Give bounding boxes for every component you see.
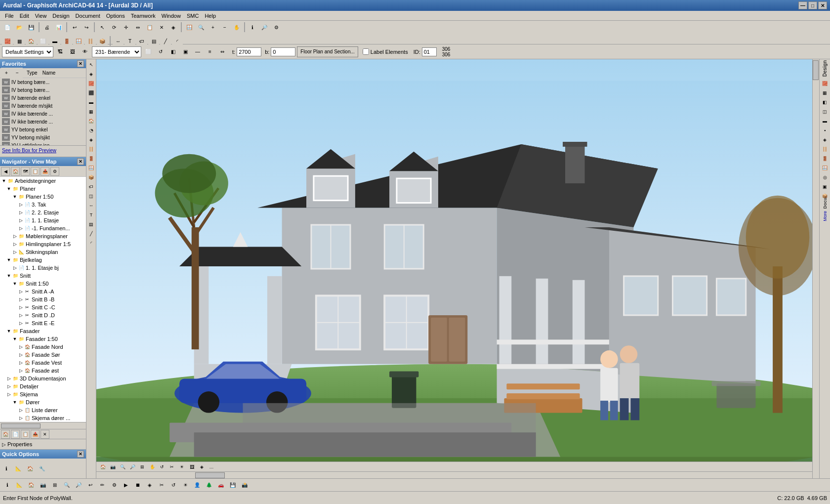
- expand-2etasje[interactable]: ▷: [18, 210, 24, 215]
- menu-options[interactable]: Options: [103, 12, 128, 20]
- close-button[interactable]: ✕: [818, 1, 827, 9]
- vbt-zoom-in[interactable]: 🔍: [118, 463, 127, 471]
- zoom-out-btn[interactable]: −: [219, 22, 230, 33]
- ds-roof[interactable]: ◧: [821, 98, 830, 107]
- menu-view[interactable]: View: [32, 12, 50, 20]
- expand-liste-dorer[interactable]: ▷: [18, 407, 24, 413]
- vbt-orbit[interactable]: ↺: [158, 463, 166, 471]
- pan-btn[interactable]: ✋: [231, 22, 242, 33]
- expand-bjelkelag[interactable]: ▼: [6, 257, 12, 263]
- window-btn[interactable]: 🪟: [184, 22, 195, 33]
- arc-btn[interactable]: ◜: [172, 36, 183, 46]
- vbt-section[interactable]: ✂: [167, 463, 176, 471]
- stair-btn[interactable]: 🪜: [85, 36, 96, 46]
- info-box-link[interactable]: See Info Box for Preview: [2, 148, 56, 153]
- open-btn[interactable]: 📂: [14, 22, 25, 33]
- vbt-home[interactable]: 🏠: [98, 463, 107, 471]
- view-opt4[interactable]: ▣: [180, 46, 191, 57]
- b-value-input[interactable]: [271, 47, 295, 56]
- tree-tak[interactable]: ▷ 📄 3. Tak: [0, 201, 86, 209]
- id-value-input[interactable]: [422, 47, 437, 56]
- navigator-controls[interactable]: ✕: [77, 158, 84, 165]
- floor-plan-section-btn[interactable]: Floor Plan and Section...: [297, 46, 358, 57]
- view-opt1[interactable]: ⬜: [143, 46, 154, 57]
- tool-object[interactable]: 📦: [87, 173, 96, 182]
- view-content[interactable]: [96, 59, 819, 478]
- fav-item-5[interactable]: W IV ikke bærende ...: [0, 118, 86, 126]
- t-value-input[interactable]: [237, 47, 261, 56]
- properties-expand[interactable]: ▷: [2, 442, 6, 447]
- bt-car[interactable]: 🚗: [215, 480, 226, 491]
- find-btn[interactable]: 🔎: [259, 22, 270, 33]
- label-elements-checkbox[interactable]: [363, 48, 369, 55]
- tree-stiknings[interactable]: ▷ 📐 Stikningsplan: [0, 248, 86, 256]
- expand-fasade-vest[interactable]: ▷: [18, 360, 24, 366]
- expand-fundamen[interactable]: ▷: [18, 225, 24, 231]
- move-btn[interactable]: ✛: [121, 22, 131, 33]
- beam-btn[interactable]: ▬: [49, 36, 60, 46]
- ds-slab[interactable]: ▦: [821, 88, 830, 97]
- nav-btn-1[interactable]: 🏠: [1, 430, 10, 439]
- bt-sun2[interactable]: ☀: [180, 480, 191, 491]
- view-opt5[interactable]: —: [192, 46, 203, 57]
- tree-snitt-bb[interactable]: ▷ ✂ Snitt B -B: [0, 295, 86, 303]
- tool-shell[interactable]: ◔: [87, 126, 96, 135]
- fav-item-2[interactable]: W IV bærende enkel: [0, 94, 86, 102]
- zoom-in-btn[interactable]: +: [208, 22, 218, 33]
- tool-column[interactable]: ⬛: [87, 88, 96, 97]
- nav-btn-5[interactable]: ✕: [41, 430, 49, 439]
- line-btn[interactable]: ╱: [160, 36, 171, 46]
- bt-3drender[interactable]: ◈: [144, 480, 155, 491]
- menu-document[interactable]: Document: [73, 12, 103, 20]
- expand-snitt-cc[interactable]: ▷: [18, 304, 24, 310]
- plotmk-btn[interactable]: 📊: [53, 22, 64, 33]
- zoom-btn[interactable]: 🔍: [196, 22, 207, 33]
- vbt-sun[interactable]: ☀: [177, 463, 186, 471]
- menu-design[interactable]: Design: [49, 12, 72, 20]
- tree-snitt-ee[interactable]: ▷ ✂ Snitt E -E: [0, 319, 86, 327]
- nav-btn-4[interactable]: 📤: [31, 430, 40, 439]
- vbt-pan[interactable]: ✋: [148, 463, 157, 471]
- maximize-button[interactable]: □: [808, 1, 817, 9]
- expand-tak[interactable]: ▷: [18, 202, 24, 208]
- menu-edit[interactable]: Edit: [17, 12, 32, 20]
- ds-shell[interactable]: ◫: [821, 107, 830, 116]
- expand-3ddoku[interactable]: ▷: [6, 376, 12, 381]
- view-opt2[interactable]: ↺: [155, 46, 166, 57]
- wall-btn[interactable]: 🧱: [2, 36, 13, 46]
- view-scrollbar-h[interactable]: [96, 471, 812, 478]
- bt-info[interactable]: ℹ: [2, 480, 13, 491]
- view-opt7[interactable]: ⇔: [217, 46, 228, 57]
- door-btn[interactable]: 🚪: [61, 36, 72, 46]
- bt-zoom-fit[interactable]: ⊞: [49, 480, 60, 491]
- expand-snitt-dd[interactable]: ▷: [18, 312, 24, 318]
- tree-dorer[interactable]: ▼ 📁 Dører: [0, 398, 86, 406]
- ds-col[interactable]: ▪: [821, 126, 830, 135]
- tree-planer150[interactable]: ▼ 📁 Planer 1:50: [0, 193, 86, 201]
- menu-file[interactable]: File: [2, 12, 17, 20]
- tree-fasade-sor[interactable]: ▷ 🏠 Fasade Sør: [0, 351, 86, 359]
- scrollbar-thumb[interactable]: [1, 423, 41, 428]
- nav-publisher-btn[interactable]: 📤: [41, 167, 49, 176]
- bt-settings2[interactable]: ⚙: [109, 480, 120, 491]
- qo-close-btn[interactable]: ✕: [77, 451, 84, 458]
- expand-dorer[interactable]: ▼: [12, 399, 18, 405]
- fav-item-1[interactable]: W IV betong bære...: [0, 86, 86, 94]
- tool-fill[interactable]: ▤: [87, 220, 96, 229]
- fill-btn[interactable]: ▤: [148, 36, 159, 46]
- expand-planer[interactable]: ▼: [6, 186, 12, 192]
- expand-snitt[interactable]: ▼: [6, 273, 12, 279]
- tree-detaljer[interactable]: ▷ 📁 Detaljer: [0, 382, 86, 390]
- bt-save2[interactable]: 💾: [227, 480, 238, 491]
- text-btn[interactable]: T: [124, 36, 135, 46]
- view-opt6[interactable]: ≡: [205, 46, 215, 57]
- nav-scrollbar-h[interactable]: [0, 422, 86, 429]
- vbt-zoom-out[interactable]: 🔎: [128, 463, 137, 471]
- nav-close-btn[interactable]: ✕: [77, 158, 84, 165]
- expand-fasade-ost[interactable]: ▷: [18, 368, 24, 374]
- minimize-button[interactable]: —: [798, 1, 807, 9]
- slab-btn[interactable]: ▦: [14, 36, 25, 46]
- print-btn[interactable]: 🖨: [42, 22, 52, 33]
- bt-tree[interactable]: 🌲: [204, 480, 214, 491]
- expand-snitt150[interactable]: ▼: [12, 281, 18, 287]
